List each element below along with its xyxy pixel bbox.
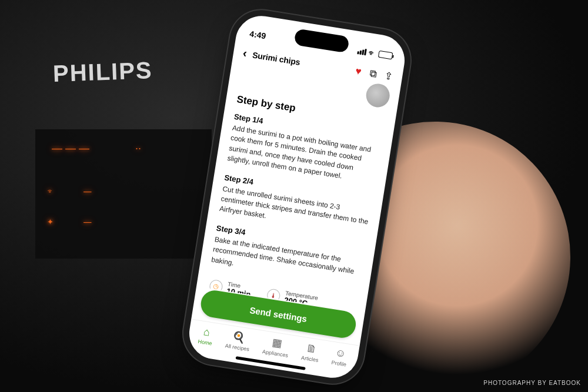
tab-appliances[interactable]: ▦ Appliances — [262, 334, 291, 358]
appliance-control-panel: — — — ·· ᯤ ⸺ ✦ ⸺ — [35, 129, 212, 259]
tab-label: All recipes — [225, 343, 250, 352]
battery-icon — [378, 51, 393, 60]
recipe-thumbnail[interactable] — [365, 82, 392, 109]
wifi-icon: ᯤ — [368, 48, 377, 58]
recipes-icon: 🍳 — [232, 330, 246, 344]
status-time: 4:49 — [249, 29, 266, 41]
home-icon: ⌂ — [202, 326, 211, 339]
tab-label: Profile — [331, 360, 347, 368]
appliance-brand: PHILIPS — [52, 57, 153, 87]
appliances-icon: ▦ — [271, 336, 283, 350]
profile-icon: ☺ — [334, 347, 346, 361]
favorite-icon[interactable]: ♥ — [355, 65, 362, 78]
page-title: Surimi chips — [252, 50, 300, 67]
cellular-signal-icon — [357, 48, 367, 55]
articles-icon: 🗎 — [305, 342, 318, 356]
back-button[interactable]: ‹ — [242, 46, 248, 61]
recipe-steps-scroll[interactable]: Step by step Step 1/4 Add the surimi to … — [196, 83, 397, 313]
tab-home[interactable]: ⌂ Home — [198, 325, 215, 346]
share-icon[interactable]: ⇪ — [384, 69, 394, 83]
photo-credit: PHOTOGRAPHY BY EATBOOK — [483, 380, 581, 386]
tab-profile[interactable]: ☺ Profile — [331, 346, 349, 368]
tab-articles[interactable]: 🗎 Articles — [300, 341, 320, 363]
tab-label: Appliances — [262, 349, 289, 359]
tab-all-recipes[interactable]: 🍳 All recipes — [225, 329, 252, 352]
device-link-icon[interactable]: ⧉ — [369, 67, 377, 80]
tab-label: Home — [198, 339, 212, 347]
tab-label: Articles — [300, 355, 319, 363]
